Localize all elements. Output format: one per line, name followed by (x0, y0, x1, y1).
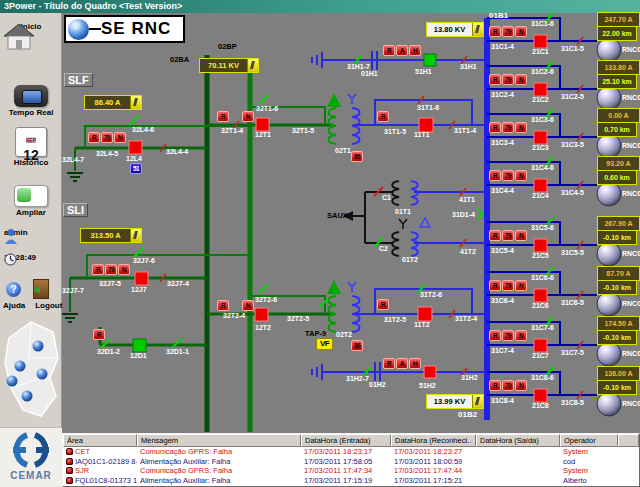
alarm-cell: Comunicação GPRS: Falha (137, 447, 301, 457)
alarm-cell: 17/03/2011 18:23:17 (301, 447, 391, 457)
column-header[interactable]: Mensagem (137, 434, 301, 447)
alarm-cell: 17/03/2011 17:47:44 (391, 466, 476, 476)
logo-dash (89, 28, 101, 30)
alarm-cell: Alimentação Auxiliar: Falha (137, 457, 301, 467)
alarm-row[interactable]: IAQ01C1-02189 8-7Alimentação Auxiliar: F… (63, 457, 639, 467)
alarm-icon (66, 477, 73, 484)
alarm-row[interactable]: CETComunicação GPRS: Falha17/03/2011 18:… (63, 447, 639, 457)
alarm-cell: Alberto (560, 476, 618, 486)
alarm-row[interactable]: SJRComunicação GPRS: Falha17/03/2011 17:… (63, 466, 639, 476)
column-header[interactable]: Área (63, 434, 137, 447)
station-name: SE RNC (101, 19, 171, 39)
alarm-cell: IAQ01C1-02189 8-7 (63, 457, 137, 467)
home-icon (0, 21, 38, 53)
alarm-cell (476, 447, 560, 457)
column-header-filler (618, 434, 639, 447)
alarm-cell: 17/03/2011 17:58:05 (301, 457, 391, 467)
alarm-cell (476, 457, 560, 467)
alarm-cell: Comunicação GPRS: Falha (137, 466, 301, 476)
alarm-row[interactable]: FQL01C8-01373 1-6Alimentação Auxiliar: F… (63, 476, 639, 486)
column-header[interactable]: DataHora (Entrada) (301, 434, 391, 447)
alarm-cell: CET (63, 447, 137, 457)
globe-icon (68, 19, 89, 40)
alarm-icon (66, 448, 73, 455)
alarm-cell: 17/03/2011 17:15:21 (391, 476, 476, 486)
alarm-cell: System (560, 447, 618, 457)
alarm-rows: CETComunicação GPRS: Falha17/03/2011 18:… (63, 447, 639, 485)
alarm-list: ÁreaMensagemDataHora (Entrada)DataHora (… (62, 433, 640, 487)
alarm-cell: 17/03/2011 18:23:27 (391, 447, 476, 457)
alarm-cell: 17/03/2011 17:15:19 (301, 476, 391, 486)
alarm-cell (476, 476, 560, 486)
region-map (1, 318, 61, 423)
alarm-header: ÁreaMensagemDataHora (Entrada)DataHora (… (63, 434, 639, 447)
alarm-cell: SJR (63, 466, 137, 476)
column-header[interactable]: DataHora (Reconheci.. (391, 434, 476, 447)
user-icon (4, 228, 18, 245)
alarm-cell: 17/03/2011 17:47:34 (301, 466, 391, 476)
alarm-cell: System (560, 466, 618, 476)
alarm-cell: 17/03/2011 18:00:59 (391, 457, 476, 467)
alarm-icon (66, 467, 73, 474)
alarm-cell: Alimentação Auxiliar: Falha (137, 476, 301, 486)
clock-icon (4, 253, 17, 266)
app-window: 02BA02BPSLFSLI32L4-632L4-512L432L4-432L4… (0, 0, 640, 487)
alarm-cell: FQL01C8-01373 1-6 (63, 476, 137, 486)
alarm-cell: cod (560, 457, 618, 467)
alarm-cell (476, 466, 560, 476)
column-header[interactable]: Operador (560, 434, 618, 447)
column-header[interactable]: DataHora (Saída) (476, 434, 560, 447)
alarm-icon (66, 458, 73, 465)
station-logo: SE RNC (64, 15, 185, 43)
single-line-diagram-graphics (0, 0, 640, 487)
